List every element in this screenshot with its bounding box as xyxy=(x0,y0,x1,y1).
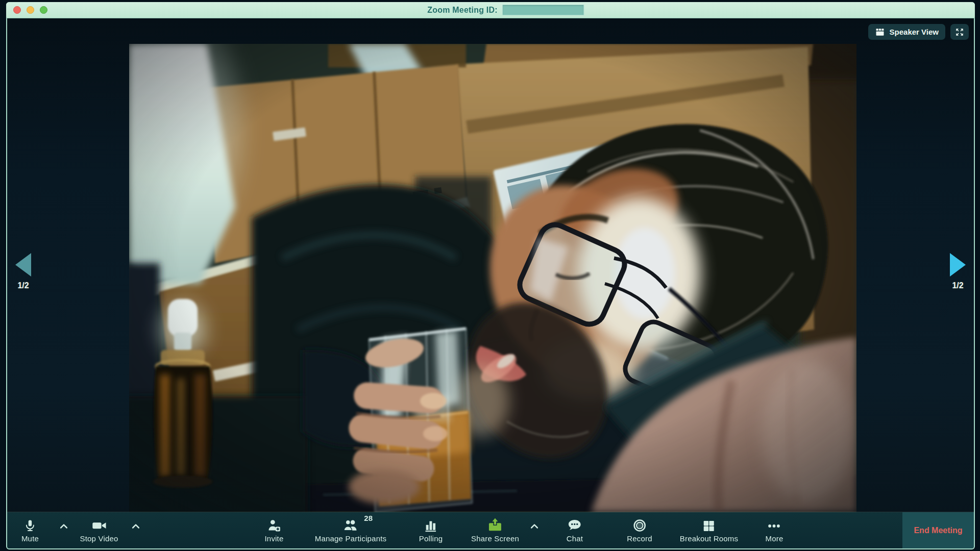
end-meeting-button[interactable]: End Meeting xyxy=(911,525,965,536)
breakout-rooms-button[interactable]: Breakout Rooms xyxy=(680,516,739,543)
fullscreen-button[interactable] xyxy=(950,24,969,40)
chat-label: Chat xyxy=(567,534,583,543)
page-indicator-left: 1/2 xyxy=(17,281,29,290)
manage-participants-label: Manage Participants xyxy=(315,534,387,543)
maximize-window-button[interactable] xyxy=(40,6,47,14)
participant-video-feed xyxy=(129,44,856,512)
invite-person-icon xyxy=(266,516,282,533)
share-screen-button[interactable]: Share Screen xyxy=(471,516,519,543)
video-camera-icon xyxy=(91,516,107,533)
stop-video-button[interactable]: Stop Video xyxy=(80,516,118,543)
breakout-grid-icon xyxy=(702,516,716,533)
meeting-toolbar: Mute Stop Video xyxy=(7,512,974,548)
breakout-rooms-label: Breakout Rooms xyxy=(680,534,739,543)
record-circle-icon xyxy=(632,516,647,533)
participants-count-badge: 28 xyxy=(364,514,373,522)
zoom-app-window: Zoom Meeting ID: Speaker View xyxy=(0,0,980,551)
meeting-id-redacted-box xyxy=(503,5,584,15)
polling-label: Polling xyxy=(419,534,443,543)
share-screen-icon xyxy=(487,516,503,533)
speaker-view-label: Speaker View xyxy=(890,28,939,36)
record-button[interactable]: Record xyxy=(627,516,652,543)
video-options-chevron[interactable] xyxy=(130,521,141,534)
fullscreen-expand-icon xyxy=(955,28,964,37)
microphone-icon xyxy=(23,516,37,533)
mute-options-chevron[interactable] xyxy=(58,521,69,534)
more-label: More xyxy=(766,534,783,543)
more-button[interactable]: More xyxy=(766,516,783,543)
polling-button[interactable]: Polling xyxy=(419,516,443,543)
mute-label: Mute xyxy=(21,534,39,543)
traffic-lights xyxy=(13,6,47,14)
record-label: Record xyxy=(627,534,652,543)
invite-button[interactable]: Invite xyxy=(264,516,283,543)
more-ellipsis-icon xyxy=(767,516,782,533)
polling-bars-icon xyxy=(424,516,438,533)
participants-icon: 28 xyxy=(342,516,359,533)
page-indicator-right: 1/2 xyxy=(952,281,963,290)
webcam-photo xyxy=(129,44,856,512)
close-window-button[interactable] xyxy=(13,6,21,14)
titlebar: Zoom Meeting ID: xyxy=(6,2,975,18)
previous-page-arrow[interactable] xyxy=(15,253,31,277)
mute-button[interactable]: Mute xyxy=(21,516,39,543)
chat-bubble-icon xyxy=(567,516,582,533)
stop-video-label: Stop Video xyxy=(80,534,118,543)
window-title-group: Zoom Meeting ID: xyxy=(427,2,584,18)
share-screen-label: Share Screen xyxy=(471,534,519,543)
invite-label: Invite xyxy=(264,534,283,543)
share-options-chevron[interactable] xyxy=(529,521,540,534)
minimize-window-button[interactable] xyxy=(27,6,34,14)
window-title: Zoom Meeting ID: xyxy=(427,6,497,15)
speaker-view-button[interactable]: Speaker View xyxy=(868,24,945,40)
speaker-view-icon xyxy=(875,27,885,37)
chat-button[interactable]: Chat xyxy=(567,516,583,543)
next-page-arrow[interactable] xyxy=(950,253,966,277)
end-meeting-panel: End Meeting xyxy=(902,512,974,548)
manage-participants-button[interactable]: 28 Manage Participants xyxy=(315,516,387,543)
